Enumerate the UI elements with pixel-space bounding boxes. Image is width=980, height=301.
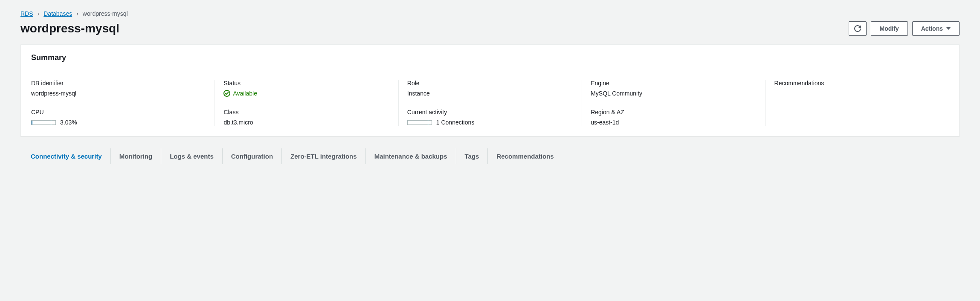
breadcrumb-current: wordpress-mysql [83, 10, 128, 17]
breadcrumb: RDS › Databases › wordpress-mysql [20, 10, 960, 17]
field-recommendations: Recommendations [774, 80, 940, 87]
caret-down-icon [946, 27, 951, 30]
field-region-az: Region & AZ us-east-1d [591, 109, 757, 126]
page-title: wordpress-mysql [20, 22, 119, 35]
actions-dropdown-button[interactable]: Actions [912, 21, 960, 36]
label-role: Role [407, 80, 573, 87]
value-current-activity: 1 Connections [436, 119, 475, 126]
label-cpu: CPU [31, 109, 206, 116]
actions-label: Actions [921, 25, 943, 32]
modify-button[interactable]: Modify [871, 21, 908, 36]
summary-panel: Summary DB identifier wordpress-mysql CP… [20, 44, 960, 136]
cpu-warn-tick [51, 120, 51, 125]
activity-meter [407, 120, 432, 125]
refresh-icon [854, 25, 861, 32]
cpu-meter [31, 120, 56, 125]
status-badge: Available [223, 90, 389, 97]
summary-grid: DB identifier wordpress-mysql CPU 3.03% … [21, 71, 959, 136]
field-class: Class db.t3.micro [223, 109, 389, 126]
field-db-identifier: DB identifier wordpress-mysql [31, 80, 206, 97]
breadcrumb-root-link[interactable]: RDS [20, 10, 33, 17]
value-status: Available [233, 90, 257, 97]
label-current-activity: Current activity [407, 109, 573, 116]
label-engine: Engine [591, 80, 757, 87]
value-db-identifier: wordpress-mysql [31, 90, 206, 97]
value-cpu: 3.03% [60, 119, 77, 126]
field-cpu: CPU 3.03% [31, 109, 206, 126]
chevron-right-icon: › [76, 10, 78, 17]
activity-meter-row: 1 Connections [407, 119, 573, 126]
field-current-activity: Current activity 1 Connections [407, 109, 573, 126]
label-db-identifier: DB identifier [31, 80, 206, 87]
summary-col-role: Role Instance Current activity 1 Connect… [398, 80, 582, 126]
tab-logs-events[interactable]: Logs & events [161, 148, 223, 164]
label-class: Class [223, 109, 389, 116]
label-recommendations: Recommendations [774, 80, 940, 87]
field-engine: Engine MySQL Community [591, 80, 757, 97]
tab-recommendations[interactable]: Recommendations [488, 148, 562, 164]
summary-heading: Summary [31, 53, 949, 62]
summary-col-status: Status Available Class db.t3.micro [215, 80, 398, 126]
summary-col-identifier: DB identifier wordpress-mysql CPU 3.03% [31, 80, 215, 126]
label-status: Status [223, 80, 389, 87]
value-region-az: us-east-1d [591, 119, 757, 126]
label-region-az: Region & AZ [591, 109, 757, 116]
value-role: Instance [407, 90, 573, 97]
tab-zero-etl[interactable]: Zero-ETL integrations [282, 148, 366, 164]
cpu-meter-fill [32, 121, 32, 124]
summary-col-engine: Engine MySQL Community Region & AZ us-ea… [582, 80, 765, 126]
tab-maintenance-backups[interactable]: Maintenance & backups [366, 148, 456, 164]
header-actions: Modify Actions [849, 21, 960, 36]
field-status: Status Available [223, 80, 389, 97]
check-circle-icon [223, 90, 230, 97]
cpu-meter-row: 3.03% [31, 119, 206, 126]
tab-connectivity-security[interactable]: Connectivity & security [31, 148, 111, 164]
chevron-right-icon: › [38, 10, 40, 17]
tabs: Connectivity & security Monitoring Logs … [20, 148, 960, 164]
summary-panel-header: Summary [21, 45, 959, 71]
field-role: Role Instance [407, 80, 573, 97]
value-engine: MySQL Community [591, 90, 757, 97]
activity-warn-tick [428, 120, 428, 125]
tab-monitoring[interactable]: Monitoring [111, 148, 161, 164]
refresh-button[interactable] [849, 21, 867, 36]
summary-col-recommendations: Recommendations [765, 80, 949, 126]
page-header: wordpress-mysql Modify Actions [20, 21, 960, 36]
tab-configuration[interactable]: Configuration [223, 148, 282, 164]
tab-tags[interactable]: Tags [456, 148, 488, 164]
value-class: db.t3.micro [223, 119, 389, 126]
breadcrumb-parent-link[interactable]: Databases [43, 10, 72, 17]
